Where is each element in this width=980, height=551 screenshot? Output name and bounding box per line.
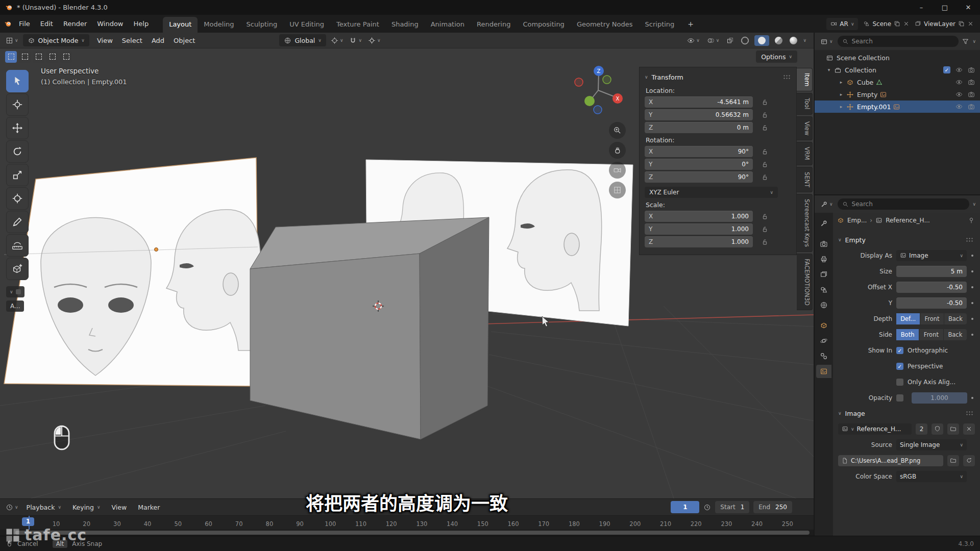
frame-tick[interactable]: 250 <box>782 520 793 528</box>
frame-tick[interactable]: 110 <box>355 520 366 528</box>
animate-dot[interactable] <box>971 286 973 288</box>
offset-x-field[interactable]: -0.50 <box>896 282 967 293</box>
shading-solid-button[interactable] <box>754 35 769 46</box>
collapsed-tool-panel[interactable]: ∨ <box>6 286 24 297</box>
outliner-row[interactable]: ▾ Collection <box>815 64 980 76</box>
ar-dropdown[interactable]: AR ∨ <box>826 18 858 30</box>
lock-open-icon[interactable] <box>761 111 769 119</box>
eye-icon[interactable] <box>955 91 963 98</box>
shading-rendered-button[interactable] <box>788 37 799 44</box>
new-viewlayer-icon[interactable] <box>958 20 965 27</box>
workspace-tab[interactable]: Modeling <box>198 17 240 33</box>
display-as-dropdown[interactable]: Image ∨ <box>896 250 967 261</box>
options-button[interactable]: Options ∨ <box>756 51 797 63</box>
tool-button[interactable] <box>6 258 29 280</box>
frame-tick[interactable]: 180 <box>569 520 580 528</box>
viewport-menu-item[interactable]: Add <box>147 37 169 44</box>
frame-tick[interactable]: 120 <box>386 520 397 528</box>
minimize-button[interactable]: – <box>910 0 933 15</box>
workspace-tab[interactable]: Rendering <box>471 17 517 33</box>
properties-search[interactable] <box>838 198 970 210</box>
chevron-down-icon[interactable]: ∨ <box>972 39 976 44</box>
menu-item[interactable]: Window <box>92 18 128 30</box>
auto-keying-toggle[interactable] <box>349 503 357 511</box>
object-visibility-dropdown[interactable]: ∨ <box>685 37 701 44</box>
timeline-editor-selector[interactable]: ∨ <box>4 504 20 511</box>
number-field[interactable]: Y 0° <box>645 159 753 170</box>
menu-item[interactable]: Edit <box>35 18 58 30</box>
fake-user-button[interactable] <box>932 423 943 435</box>
image-datablock-selector[interactable]: ∨ Reference_H... <box>838 423 912 435</box>
number-field[interactable]: Z 1.000 <box>645 236 753 247</box>
opacity-slider[interactable]: 1.000 <box>912 392 967 404</box>
lock-open-icon[interactable] <box>761 161 769 168</box>
checkbox[interactable] <box>896 363 903 370</box>
outliner-row[interactable]: ▸ Empty <box>815 88 980 101</box>
camera-visibility-icon[interactable] <box>968 91 975 98</box>
number-field[interactable]: Z 90° <box>645 171 753 183</box>
source-dropdown[interactable]: Single Image ∨ <box>896 439 967 450</box>
camera-view-button[interactable] <box>609 162 626 179</box>
number-field[interactable]: X 90° <box>645 146 753 157</box>
sidebar-tab[interactable]: View <box>797 116 813 140</box>
viewport-menu-item[interactable]: Select <box>117 37 147 44</box>
outliner-row[interactable]: Scene Collection <box>815 52 980 64</box>
workspace-tab[interactable]: Geometry Nodes <box>571 17 639 33</box>
number-field[interactable]: Y 1.000 <box>645 223 753 235</box>
remove-viewlayer-icon[interactable] <box>967 20 974 27</box>
tool-button[interactable] <box>6 164 29 186</box>
pan-button[interactable] <box>609 142 626 159</box>
collection-checkbox[interactable] <box>943 66 950 73</box>
frame-tick[interactable]: 130 <box>416 520 427 528</box>
proportional-editing-toggle[interactable]: ∨ <box>366 37 382 44</box>
eye-icon[interactable] <box>955 66 963 73</box>
frame-tick[interactable]: 220 <box>691 520 702 528</box>
tool-button[interactable] <box>6 140 29 163</box>
checkbox[interactable] <box>896 347 903 354</box>
properties-tab[interactable] <box>816 298 831 312</box>
new-scene-icon[interactable] <box>894 20 900 27</box>
frame-tick[interactable]: 60 <box>205 520 212 528</box>
close-button[interactable]: ✕ <box>957 0 980 15</box>
lock-open-icon[interactable] <box>761 124 769 132</box>
properties-tab[interactable] <box>816 334 831 347</box>
lock-open-icon[interactable] <box>761 238 769 246</box>
frame-tick[interactable]: 210 <box>660 520 671 528</box>
marker-menu[interactable]: Marker <box>133 504 164 511</box>
gizmo-y-negative[interactable] <box>603 76 611 84</box>
mode-dropdown[interactable]: Object Mode ∨ <box>23 34 89 46</box>
shading-material-button[interactable] <box>773 37 784 44</box>
shading-wireframe-button[interactable] <box>740 37 750 44</box>
ortho-toggle-button[interactable] <box>609 182 626 198</box>
scrollbar-handle[interactable] <box>15 531 810 535</box>
animate-dot[interactable] <box>971 302 973 304</box>
filepath-field[interactable]: C:\Users\A...ead_BP.png <box>838 455 943 466</box>
animate-dot[interactable] <box>971 255 973 257</box>
select-mode-subtract-button[interactable] <box>33 51 44 63</box>
offset-y-field[interactable]: -0.50 <box>896 297 967 309</box>
navigation-gizmo[interactable]: Z X <box>568 60 629 121</box>
pin-icon[interactable] <box>968 217 975 224</box>
pivot-point-selector[interactable]: ∨ <box>329 37 345 44</box>
viewlayer-selector[interactable]: ViewLayer <box>915 20 974 28</box>
eye-icon[interactable] <box>955 79 963 86</box>
select-mode-new-button[interactable] <box>5 51 17 63</box>
keying-menu[interactable]: Keying∨ <box>68 504 105 511</box>
viewport-menu-item[interactable]: Object <box>169 37 200 44</box>
segment-button[interactable]: Back <box>944 329 967 340</box>
frame-tick[interactable]: 70 <box>235 520 243 528</box>
properties-search-input[interactable] <box>852 201 965 208</box>
size-field[interactable]: 5 m <box>896 266 967 277</box>
end-frame-field[interactable]: End 250 <box>753 501 792 513</box>
properties-tab[interactable] <box>816 349 831 363</box>
transform-panel-header[interactable]: ∨ Transform <box>645 70 791 84</box>
sidebar-tab[interactable]: VRM <box>797 142 813 165</box>
timeline-ruler[interactable]: 1020304050607080901001101201301401501601… <box>0 515 814 530</box>
open-image-button[interactable] <box>947 423 959 435</box>
select-mode-invert-button[interactable] <box>46 51 58 63</box>
workspace-tab[interactable]: Animation <box>425 17 471 33</box>
eye-icon[interactable] <box>955 103 963 110</box>
expander-icon[interactable]: ▸ <box>838 104 844 109</box>
segment-button[interactable]: Back <box>944 313 967 324</box>
colorspace-dropdown[interactable]: sRGB ∨ <box>896 471 967 482</box>
